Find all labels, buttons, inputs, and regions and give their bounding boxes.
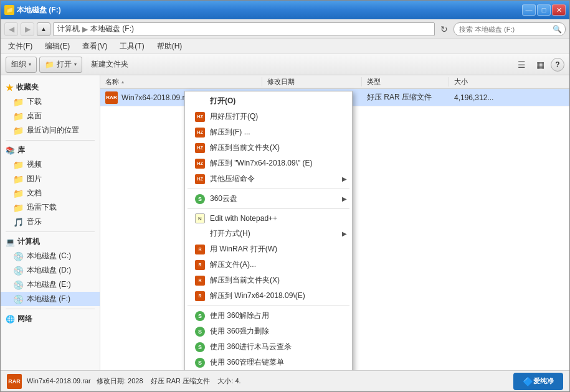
sidebar-item-recent[interactable]: 📁 最近访问的位置: [1, 123, 100, 138]
drive-icon: 💿: [13, 280, 23, 290]
folder-icon: 📁: [13, 189, 23, 198]
organize-label: 组织: [11, 59, 26, 70]
col-header-date[interactable]: 修改日期: [262, 77, 362, 86]
open-icon: 📁: [45, 60, 54, 69]
ctx-item-more-compress[interactable]: HZ 其他压缩命令 ▶: [185, 171, 352, 187]
sidebar-section-computer: 💻 计算机 💿 本地磁盘 (C:) 💿 本地磁盘 (D:) 💿 本地磁盘 (E:…: [1, 235, 100, 306]
close-button[interactable]: ✕: [552, 4, 566, 16]
submenu-open-with-arrow-icon: ▶: [342, 230, 347, 237]
sidebar-item-thunder[interactable]: 📁 迅雷下载: [1, 200, 100, 215]
sidebar-item-music[interactable]: 🎵 音乐: [1, 215, 100, 229]
sidebar-favorites-label: 收藏夹: [16, 82, 39, 93]
menu-help[interactable]: 帮助(H): [154, 40, 185, 53]
more-compress-icon: HZ: [195, 174, 205, 184]
sidebar-item-e-drive[interactable]: 💿 本地磁盘 (E:): [1, 278, 100, 292]
ctx-item-open-haozip[interactable]: HZ 用好压打开(Q): [185, 109, 352, 124]
up-button[interactable]: ▲: [37, 22, 50, 36]
ctx-item-open[interactable]: 打开(O): [185, 93, 352, 109]
sidebar-item-d-drive[interactable]: 💿 本地磁盘 (D:): [1, 263, 100, 278]
sidebar-item-c-drive[interactable]: 💿 本地磁盘 (C:): [1, 249, 100, 263]
new-folder-button[interactable]: 新建文件夹: [85, 57, 135, 73]
menu-edit[interactable]: 编辑(E): [42, 40, 72, 53]
sidebar-item-desktop[interactable]: 📁 桌面: [1, 109, 100, 123]
col-header-size[interactable]: 大小: [449, 77, 511, 86]
folder-icon: 📁: [13, 126, 23, 136]
statusbar-text: Win7x64-2018.09.rar 修改日期: 2028 好压 RAR 压缩…: [27, 376, 508, 386]
ctx-item-extract-a[interactable]: R 解压文件(A)...: [185, 257, 352, 273]
sidebar-sep-3: [6, 309, 95, 309]
column-headers: 名称 ▴ 修改日期 类型 大小: [100, 75, 569, 89]
file-list: 名称 ▴ 修改日期 类型 大小 RAR Win7x64-201: [100, 75, 569, 370]
main-window: 📁 本地磁盘 (F:) — □ ✕ ◀ ▶ ▲ 计算机 ▶ 本地磁盘 (F:) …: [0, 0, 570, 392]
main-area: ★ 收藏夹 📁 下载 📁 桌面 📁 最近访问的位置: [1, 75, 569, 370]
view-details-button[interactable]: ▦: [532, 57, 548, 73]
sidebar-item-downloads-label: 下载: [27, 96, 42, 107]
menu-tools[interactable]: 工具(T): [117, 40, 146, 53]
extract-icon: HZ: [195, 128, 205, 138]
view-list-button[interactable]: ☰: [513, 57, 530, 73]
statusbar-date: 修改日期: 20: [97, 377, 135, 385]
library-icon: 📚: [6, 146, 15, 155]
address-path-drive: 本地磁盘 (F:): [90, 24, 134, 34]
ctx-item-extract-e[interactable]: R 解压到 Win7x64-2018.09\(E): [185, 288, 352, 304]
ctx-item-notepad[interactable]: N Edit with Notepad++: [185, 211, 352, 226]
extract-e-icon: R: [195, 291, 205, 301]
winrar-icon: R: [195, 245, 205, 254]
sidebar-group-network[interactable]: 🌐 网络: [1, 312, 100, 326]
sidebar-item-f-label: 本地磁盘 (F:): [27, 294, 70, 304]
ctx-item-extract-folder[interactable]: HZ 解压到 "Win7x64-2018.09\" (E): [185, 156, 352, 171]
ctx-item-extract-x[interactable]: R 解压到当前文件夹(X): [185, 273, 352, 288]
notepad-icon: N: [195, 213, 205, 223]
ctx-item-winrar[interactable]: R 用 WinRAR 打开(W): [185, 241, 352, 257]
sidebar-group-favorites[interactable]: ★ 收藏夹: [1, 80, 100, 95]
forward-button[interactable]: ▶: [21, 22, 34, 36]
sidebar-item-video-label: 视频: [27, 159, 42, 170]
sidebar-computer-label: 计算机: [17, 236, 40, 247]
sidebar-item-d-label: 本地磁盘 (D:): [27, 265, 71, 276]
help-button[interactable]: ?: [551, 58, 564, 72]
col-header-name[interactable]: 名称 ▴: [100, 77, 262, 86]
sidebar-item-desktop-label: 桌面: [27, 111, 42, 121]
back-button[interactable]: ◀: [4, 22, 18, 36]
sidebar-item-recent-label: 最近访问的位置: [27, 125, 79, 136]
ctx-item-360-unlock[interactable]: S 使用 360解除占用: [185, 308, 352, 324]
search-input[interactable]: [454, 22, 566, 36]
ctx-item-360cloud[interactable]: S 360云盘 ▶: [185, 191, 352, 207]
sidebar-item-video[interactable]: 📁 视频: [1, 157, 100, 172]
ctx-item-open-with[interactable]: 打开方式(H) ▶: [185, 226, 352, 241]
organize-chevron-icon: ▾: [29, 62, 31, 67]
submenu-360-arrow-icon: ▶: [342, 195, 347, 202]
maximize-button[interactable]: □: [537, 4, 551, 16]
haozip-icon: HZ: [195, 112, 205, 122]
menu-file[interactable]: 文件(F): [6, 40, 35, 53]
sidebar-section-library: 📚 库 📁 视频 📁 图片 📁 文档 📁 迅雷下载: [1, 143, 100, 229]
address-path[interactable]: 计算机 ▶ 本地磁盘 (F:): [53, 22, 435, 36]
sidebar-item-pictures[interactable]: 📁 图片: [1, 172, 100, 186]
extract-folder-icon: HZ: [195, 159, 205, 169]
sidebar-item-docs-label: 文档: [27, 188, 42, 198]
open-button[interactable]: 📁 打开 ▾: [39, 57, 82, 73]
sidebar-section-favorites: ★ 收藏夹 📁 下载 📁 桌面 📁 最近访问的位置: [1, 80, 100, 138]
toolbar-right: ☰ ▦ ?: [513, 57, 564, 73]
ctx-item-360-delete[interactable]: S 使用 360强力删除: [185, 324, 352, 339]
ctx-sep-3: [188, 306, 349, 306]
menu-view[interactable]: 查看(V): [80, 40, 110, 53]
addressbar: ◀ ▶ ▲ 计算机 ▶ 本地磁盘 (F:) ↻ 🔍: [1, 19, 569, 39]
computer-icon: 💻: [6, 238, 15, 246]
organize-button[interactable]: 组织 ▾: [6, 57, 37, 73]
col-header-type[interactable]: 类型: [362, 77, 449, 86]
sidebar-item-f-drive[interactable]: 💿 本地磁盘 (F:): [1, 292, 100, 306]
statusbar-size: 大小: 4.: [217, 377, 240, 385]
refresh-button[interactable]: ↻: [437, 22, 451, 36]
ctx-item-360-menu[interactable]: S 使用 360管理右键菜单: [185, 355, 352, 370]
ctx-item-extract-to[interactable]: HZ 解压到(F) ...: [185, 124, 352, 140]
ctx-item-extract-here[interactable]: HZ 解压到当前文件夹(X): [185, 140, 352, 156]
sidebar-item-downloads[interactable]: 📁 下载: [1, 95, 100, 109]
sidebar-group-library[interactable]: 📚 库: [1, 143, 100, 157]
window-controls: — □ ✕: [522, 4, 566, 16]
sidebar-item-docs[interactable]: 📁 文档: [1, 186, 100, 200]
minimize-button[interactable]: —: [522, 4, 536, 16]
ctx-item-360-scan[interactable]: S 使用 360进行木马云查杀: [185, 339, 352, 355]
sidebar-group-computer[interactable]: 💻 计算机: [1, 235, 100, 249]
folder-icon: 📁: [13, 174, 23, 184]
